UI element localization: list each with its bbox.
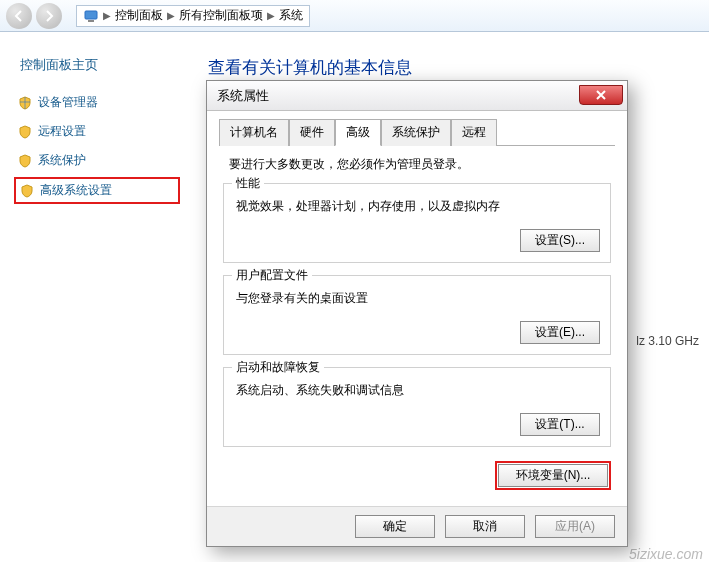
nav-forward-button[interactable]: [36, 3, 62, 29]
tab-system-protection[interactable]: 系统保护: [381, 119, 451, 146]
close-button[interactable]: [579, 85, 623, 105]
sidebar-item-label: 设备管理器: [38, 94, 98, 111]
dialog-tabs: 计算机名 硬件 高级 系统保护 远程: [219, 119, 615, 146]
tab-hardware[interactable]: 硬件: [289, 119, 335, 146]
cpu-ghz-text: lz 3.10 GHz: [636, 334, 699, 348]
page-title: 查看有关计算机的基本信息: [208, 56, 699, 79]
chevron-right-icon: ▶: [167, 10, 175, 21]
breadcrumb-all-items[interactable]: 所有控制面板项: [179, 7, 263, 24]
group-desc: 视觉效果，处理器计划，内存使用，以及虚拟内存: [236, 198, 600, 215]
system-properties-dialog: 系统属性 计算机名 硬件 高级 系统保护 远程 要进行大多数更改，您必须作为管理…: [206, 80, 628, 547]
settings-startup-recovery-button[interactable]: 设置(T)...: [520, 413, 600, 436]
sidebar-item-system-protection[interactable]: 系统保护: [14, 148, 180, 173]
close-icon: [595, 90, 607, 100]
sidebar-home-link[interactable]: 控制面板主页: [20, 56, 180, 74]
shield-icon: [18, 154, 32, 168]
apply-button[interactable]: 应用(A): [535, 515, 615, 538]
svg-rect-0: [85, 11, 97, 19]
computer-icon: [83, 8, 99, 24]
svg-rect-1: [88, 20, 94, 22]
group-user-profiles: 用户配置文件 与您登录有关的桌面设置 设置(E)...: [223, 275, 611, 355]
settings-performance-button[interactable]: 设置(S)...: [520, 229, 600, 252]
tab-remote[interactable]: 远程: [451, 119, 497, 146]
group-performance: 性能 视觉效果，处理器计划，内存使用，以及虚拟内存 设置(S)...: [223, 183, 611, 263]
admin-note: 要进行大多数更改，您必须作为管理员登录。: [229, 156, 611, 173]
ok-button[interactable]: 确定: [355, 515, 435, 538]
breadcrumb-control-panel[interactable]: 控制面板: [115, 7, 163, 24]
tab-advanced[interactable]: 高级: [335, 119, 381, 146]
settings-user-profiles-button[interactable]: 设置(E)...: [520, 321, 600, 344]
sidebar-item-remote-settings[interactable]: 远程设置: [14, 119, 180, 144]
watermark-text: 5izixue.com: [629, 546, 703, 562]
dialog-titlebar[interactable]: 系统属性: [207, 81, 627, 111]
chevron-right-icon: ▶: [267, 10, 275, 21]
cancel-button[interactable]: 取消: [445, 515, 525, 538]
shield-icon: [18, 96, 32, 110]
group-title: 性能: [232, 175, 264, 192]
address-bar: ▶ 控制面板 ▶ 所有控制面板项 ▶ 系统: [0, 0, 709, 32]
nav-back-button[interactable]: [6, 3, 32, 29]
group-title: 用户配置文件: [232, 267, 312, 284]
breadcrumb-system[interactable]: 系统: [279, 7, 303, 24]
sidebar-item-label: 远程设置: [38, 123, 86, 140]
group-desc: 系统启动、系统失败和调试信息: [236, 382, 600, 399]
sidebar-item-device-manager[interactable]: 设备管理器: [14, 90, 180, 115]
chevron-right-icon: ▶: [103, 10, 111, 21]
shield-icon: [20, 184, 34, 198]
sidebar-item-advanced-system-settings[interactable]: 高级系统设置: [14, 177, 180, 204]
sidebar: 控制面板主页 设备管理器 远程设置 系统保护 高级系统设置: [0, 32, 190, 562]
sidebar-item-label: 高级系统设置: [40, 182, 112, 199]
tab-computer-name[interactable]: 计算机名: [219, 119, 289, 146]
environment-variables-button[interactable]: 环境变量(N)...: [498, 464, 608, 487]
dialog-footer: 确定 取消 应用(A): [207, 506, 627, 546]
breadcrumb[interactable]: ▶ 控制面板 ▶ 所有控制面板项 ▶ 系统: [76, 5, 310, 27]
group-startup-recovery: 启动和故障恢复 系统启动、系统失败和调试信息 设置(T)...: [223, 367, 611, 447]
sidebar-item-label: 系统保护: [38, 152, 86, 169]
shield-icon: [18, 125, 32, 139]
group-desc: 与您登录有关的桌面设置: [236, 290, 600, 307]
group-title: 启动和故障恢复: [232, 359, 324, 376]
dialog-title: 系统属性: [217, 87, 269, 105]
